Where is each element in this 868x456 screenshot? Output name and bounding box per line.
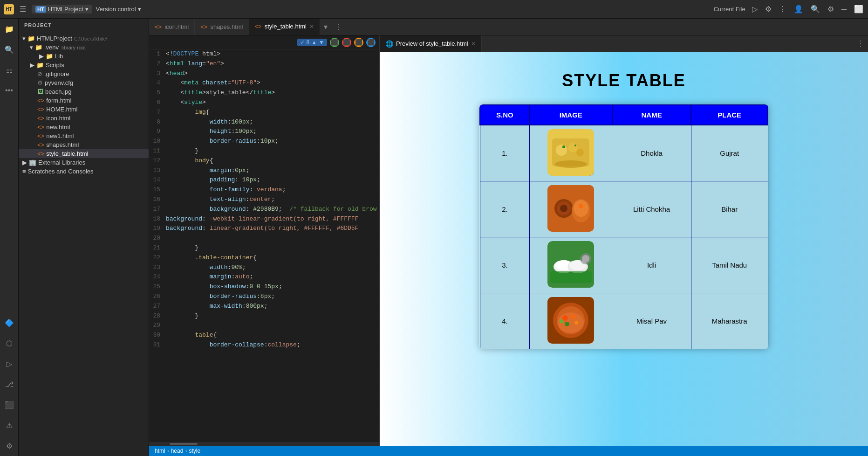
search-bar-icon[interactable]: 🔍 [3, 43, 16, 56]
tab-icon-html[interactable]: <> icon.html [149, 19, 195, 35]
tab-style-table[interactable]: <> style_table.html ✕ [249, 19, 321, 35]
terminal-icon[interactable]: ⬛ [3, 398, 16, 411]
layers-icon[interactable]: ⬡ [3, 337, 16, 350]
more-icon[interactable]: ⋮ [778, 4, 787, 14]
structure-icon[interactable]: ⚏ [3, 63, 16, 76]
version-control-label: Version control [96, 6, 136, 13]
row2-sno: 2. [480, 181, 530, 237]
search-icon[interactable]: 🔍 [810, 4, 821, 14]
scripts-label: Scripts [46, 62, 64, 69]
preview-more-icon[interactable]: ⋮ [853, 35, 868, 52]
project-name: HTMLProject [48, 6, 83, 13]
tree-scratches[interactable]: ≡ Scratches and Consoles [19, 167, 149, 176]
badge-chevron-up[interactable]: ▲ [311, 39, 317, 46]
run-config-label[interactable]: Current File [714, 6, 745, 13]
form-label: form.html [46, 97, 71, 104]
breadcrumb-head[interactable]: head [171, 448, 184, 454]
breadcrumb-style[interactable]: style [189, 448, 200, 454]
tree-new1[interactable]: <> new1.html [19, 131, 149, 140]
tab-style-table-close[interactable]: ✕ [309, 23, 314, 30]
minimize-icon[interactable]: ─ [841, 4, 847, 14]
explorer-icon[interactable]: 📁 [3, 22, 16, 35]
svg-point-30 [565, 322, 569, 326]
sidebar-title: Project [24, 22, 52, 28]
run-icon[interactable]: ▷ [751, 4, 759, 14]
row2-img [530, 181, 612, 237]
tree-lib[interactable]: ▶ 📁 Lib [19, 52, 149, 61]
tree-venv[interactable]: ▾ 📁 .venv library root [19, 43, 149, 52]
th-sno: S.NO [480, 105, 530, 125]
tab-shapes-html[interactable]: <> shapes.html [195, 19, 249, 35]
tree-style-table[interactable]: <> style_table.html [19, 149, 149, 158]
code-line-5: 5 <title>style_table</title> [149, 88, 379, 98]
run-debug-icon[interactable]: ▷ [3, 357, 16, 370]
tool-green-icon[interactable]: ⬛ [330, 38, 339, 47]
tool-blue-icon[interactable]: ⬛ [366, 38, 376, 47]
preview-tab[interactable]: 🌐 Preview of style_table.html ✕ [380, 35, 482, 52]
database-icon[interactable]: 🔷 [3, 316, 16, 329]
sidebar: Project ▾ 📁 HTMLProject C:\Users\khile\ … [19, 19, 149, 456]
checkmark-icon: ✓ [300, 39, 305, 46]
tab-more-options-icon[interactable]: ⋮ [331, 19, 346, 35]
svg-point-4 [576, 149, 584, 156]
settings-icon[interactable]: ⚙ [827, 4, 835, 14]
tree-scripts[interactable]: ▶ 📁 Scripts [19, 61, 149, 69]
shapes-html-icon: <> [37, 141, 44, 148]
tab-shapes-html-icon: <> [200, 23, 207, 30]
tab-overflow-icon[interactable]: ▾ [320, 19, 331, 35]
home-html-icon: <> [37, 106, 44, 113]
issues-icon[interactable]: ⚠ [3, 419, 16, 432]
breadcrumb-sep-1: › [167, 448, 169, 454]
row3-sno: 3. [480, 237, 530, 293]
th-name: NAME [612, 105, 691, 125]
preview-tab-bar: 🌐 Preview of style_table.html ✕ ⋮ [380, 35, 868, 52]
code-line-31: 31 border-collapse:collapse; [149, 340, 379, 350]
code-line-13: 13 margin:0px; [149, 166, 379, 176]
chevron-right-icon: ▾ [30, 44, 33, 51]
tree-home[interactable]: <> HOME.html [19, 105, 149, 114]
scratches-label: Scratches and Consoles [28, 168, 94, 175]
row2-name: Litti Chokha [612, 181, 691, 237]
globe-icon: 🌐 [385, 40, 393, 48]
tree-pyvenv[interactable]: ⚙ pyvenv.cfg [19, 78, 149, 87]
code-line-14: 14 padding: 10px; [149, 175, 379, 185]
tree-form[interactable]: <> form.html [19, 96, 149, 105]
code-line-2: 2 <html lang="en"> [149, 59, 379, 69]
tree-external-libs[interactable]: ▶ 🏢 External Libraries [19, 158, 149, 167]
git-icon[interactable]: ⎇ [3, 378, 16, 391]
project-badge: HT [35, 6, 46, 13]
tree-new[interactable]: <> new.html [19, 123, 149, 131]
preview-tab-close[interactable]: ✕ [471, 41, 476, 47]
tool-orange-icon[interactable]: ⬛ [354, 38, 363, 47]
row1-img [530, 125, 612, 181]
code-line-4: 4 <meta charset="UTF-8"> [149, 78, 379, 88]
more-tools-icon[interactable]: ••• [3, 84, 16, 97]
tool-red-icon[interactable]: ⬛ [342, 38, 351, 47]
build-icon[interactable]: ⚙ [764, 4, 772, 14]
code-line-6: 6 <style> [149, 98, 379, 108]
horizontal-scrollbar[interactable] [149, 442, 379, 446]
user-icon[interactable]: 👤 [793, 4, 804, 14]
version-control-selector[interactable]: Version control ▾ [96, 6, 141, 13]
tree-shapes[interactable]: <> shapes.html [19, 140, 149, 149]
code-line-30: 30 table{ [149, 331, 379, 340]
row1-name: Dhokla [612, 125, 691, 181]
breadcrumb-sep-2: › [185, 448, 187, 454]
svg-point-22 [582, 255, 589, 263]
scrollbar-thumb-h[interactable] [170, 443, 198, 445]
settings-sidebar-icon[interactable]: ⚙ [3, 439, 16, 452]
tree-gitignore[interactable]: ⊘ .gitignore [19, 69, 149, 78]
row4-name: Misal Pav [612, 293, 691, 349]
code-line-3: 3 <head> [149, 69, 379, 79]
pyvenv-label: pyvenv.cfg [45, 79, 73, 86]
project-selector[interactable]: HT HTMLProject ▾ [32, 5, 92, 14]
tree-root[interactable]: ▾ 📁 HTMLProject C:\Users\khile\ [19, 34, 149, 43]
error-badge[interactable]: ✓ 8 ▲ ▼ [297, 39, 327, 46]
code-lines-container[interactable]: 1 <!DOCTYPE html> 2 <html lang="en"> 3 <… [149, 49, 379, 442]
hamburger-icon[interactable]: ☰ [18, 4, 28, 14]
badge-chevron-down[interactable]: ▼ [319, 39, 324, 46]
restore-icon[interactable]: ⬜ [853, 4, 864, 14]
tree-icon-html[interactable]: <> icon.html [19, 114, 149, 123]
svg-point-31 [560, 319, 563, 323]
tree-beach[interactable]: 🖼 beach.jpg [19, 87, 149, 96]
